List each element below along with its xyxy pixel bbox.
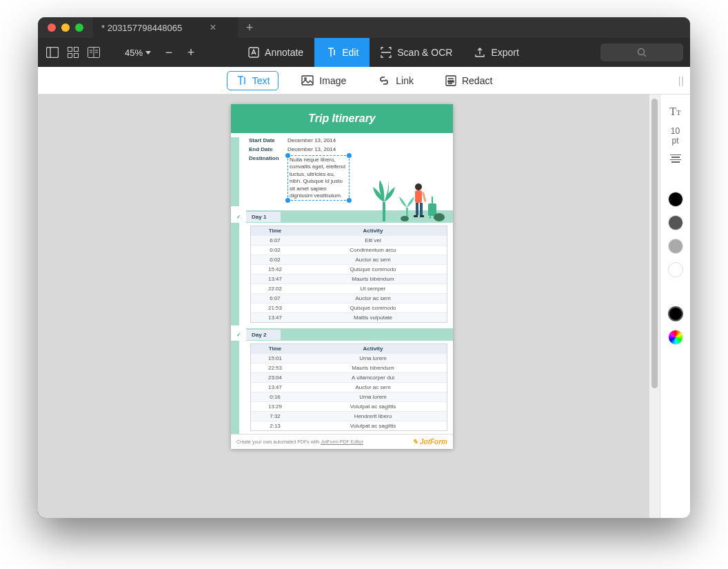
color-swatch-darkgray[interactable] — [668, 215, 683, 230]
svg-rect-33 — [422, 192, 427, 201]
svg-line-16 — [644, 54, 646, 57]
day-check-icon: ✓ — [231, 328, 246, 341]
table-row: 15:42Quisque commodo — [251, 264, 447, 274]
canvas[interactable]: Trip Itinerary Start Date December 13, 2… — [38, 94, 649, 518]
table-row: 15:01Urna lorem — [251, 353, 447, 363]
cell-time: 7:32 — [251, 412, 299, 421]
cell-activity: Mauris bibendum — [299, 274, 447, 283]
col-activity: Activity — [299, 226, 447, 235]
page-view-icon[interactable] — [86, 46, 101, 59]
cell-activity: Mattis vulputate — [299, 313, 447, 322]
end-date-value: December 13, 2014 — [287, 146, 336, 152]
cell-activity: Quisque commodo — [299, 265, 447, 274]
edit-button[interactable]: Edit — [314, 38, 370, 67]
table-row: 7:32Hendrerit libero — [251, 411, 447, 421]
thumbnails-icon[interactable] — [65, 46, 81, 59]
document-tab[interactable]: * 203157798448065 × — [93, 17, 238, 38]
current-color-swatch[interactable] — [668, 306, 683, 321]
accent-bar — [231, 137, 239, 206]
titlebar: * 203157798448065 × + — [38, 17, 690, 38]
tab-title: * 203157798448065 — [101, 23, 182, 33]
export-button[interactable]: Export — [463, 38, 529, 67]
cell-activity: Volutpat ac sagittis — [299, 421, 447, 430]
close-window-button[interactable] — [48, 23, 56, 32]
search-input[interactable] — [600, 43, 683, 61]
panel-drag-handle[interactable]: || — [678, 75, 685, 86]
link-tool-button[interactable]: Link — [369, 71, 423, 90]
export-icon — [474, 47, 485, 58]
cell-time: 6:07 — [251, 236, 299, 245]
trip-illustration — [370, 168, 446, 223]
page-footer: Create your own automated PDFs with JotF… — [231, 434, 453, 449]
cell-activity: Auctor ac sem — [299, 383, 447, 392]
scan-ocr-button[interactable]: Scan & OCR — [370, 38, 463, 67]
table-row: 13:47Mattis vulputate — [251, 312, 447, 322]
new-tab-button[interactable]: + — [238, 17, 261, 38]
close-tab-icon[interactable]: × — [210, 21, 216, 34]
svg-point-39 — [401, 216, 409, 221]
day-label: Day 1 — [246, 212, 281, 222]
main-toolbar: 45% − + Annotate Edit Scan & OCR Export — [38, 38, 690, 67]
color-swatch-gray[interactable] — [668, 239, 683, 254]
cell-time: 2:13 — [251, 421, 299, 430]
cell-activity: Volutpat ac sagittis — [299, 402, 447, 411]
svg-rect-34 — [428, 203, 436, 216]
table-row: 0:02Auctor ac sem — [251, 254, 447, 264]
export-label: Export — [491, 47, 518, 58]
cell-time: 0:02 — [251, 255, 299, 264]
color-swatch-black[interactable] — [668, 192, 683, 207]
cell-time: 13:29 — [251, 402, 299, 411]
table-row: 2:13Volutpat ac sagittis — [251, 421, 447, 430]
text-tool-label: Text — [252, 75, 270, 86]
day-check-icon: ✓ — [231, 210, 246, 223]
redact-tool-button[interactable]: Redact — [436, 71, 501, 90]
cell-activity: Auctor ac sem — [299, 255, 447, 264]
sidebar-toggle-icon[interactable] — [45, 46, 60, 59]
col-time: Time — [251, 344, 299, 353]
edit-subtoolbar: Text Image Link Redact || — [38, 67, 690, 94]
svg-rect-28 — [415, 190, 422, 203]
table-row: 13:47Mauris bibendum — [251, 274, 447, 283]
maximize-window-button[interactable] — [75, 23, 83, 32]
cell-activity: Auctor ac sem — [299, 294, 447, 303]
scroll-thumb[interactable] — [651, 99, 658, 388]
svg-rect-5 — [74, 54, 79, 58]
color-picker-icon[interactable] — [668, 330, 683, 345]
destination-value: Nulla neque libero, convallis eget, elei… — [290, 157, 345, 199]
scan-ocr-label: Scan & OCR — [397, 47, 452, 58]
selection-handle-bl[interactable] — [285, 198, 290, 203]
link-tool-label: Link — [396, 75, 414, 86]
scan-icon — [381, 47, 392, 58]
svg-rect-23 — [448, 81, 454, 82]
image-tool-button[interactable]: Image — [292, 71, 355, 90]
font-size-button[interactable]: 10 pt — [671, 126, 680, 146]
svg-rect-2 — [68, 48, 72, 52]
footer-link[interactable]: JotForm PDF Editor — [321, 439, 363, 444]
svg-rect-30 — [420, 203, 423, 215]
table-row: 21:53Quisque commodo — [251, 303, 447, 312]
table-row: 0:16Urna lorem — [251, 392, 447, 401]
selection-handle-tr[interactable] — [347, 153, 352, 158]
selected-text-box[interactable]: Nulla neque libero, convallis eget, elei… — [287, 155, 350, 201]
zoom-dropdown[interactable]: 45% — [121, 48, 155, 58]
annotate-button[interactable]: Annotate — [237, 38, 314, 67]
text-tool-button[interactable]: Text — [227, 71, 279, 90]
minimize-window-button[interactable] — [61, 23, 70, 32]
svg-point-36 — [429, 217, 432, 219]
color-swatch-white[interactable] — [668, 262, 683, 277]
selection-handle-br[interactable] — [347, 198, 352, 203]
svg-point-27 — [415, 183, 422, 190]
cell-activity: A ullamcorper dui — [299, 373, 447, 382]
cell-time: 21:53 — [251, 303, 299, 312]
selection-handle-tl[interactable] — [285, 153, 290, 158]
vertical-scrollbar[interactable] — [649, 94, 660, 518]
app-window: * 203157798448065 × + 45% − + Annotate — [38, 17, 690, 518]
edit-label: Edit — [342, 47, 358, 58]
zoom-out-button[interactable]: − — [161, 46, 177, 60]
alignment-icon[interactable] — [670, 154, 681, 163]
font-style-icon[interactable]: TT — [669, 106, 681, 118]
zoom-in-button[interactable]: + — [183, 46, 199, 60]
svg-rect-35 — [432, 197, 433, 203]
cell-activity: Urna lorem — [299, 392, 447, 401]
svg-point-19 — [305, 78, 307, 80]
